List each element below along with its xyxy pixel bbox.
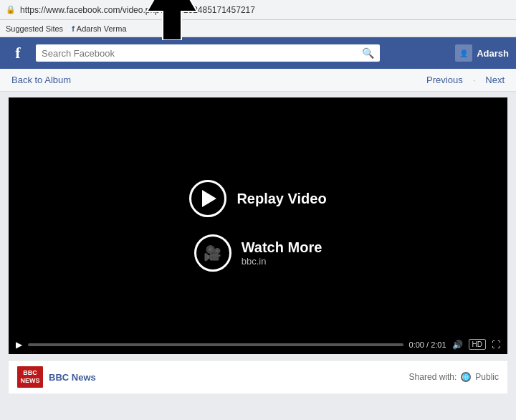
bbc-logo: BBC NEWS bbox=[17, 366, 43, 388]
bbc-bottom: NEWS bbox=[21, 377, 40, 385]
video-controls: ▶ 0:00 / 2:01 🔊 HD ⛶ bbox=[9, 335, 507, 354]
bookmark-adarsh-verma[interactable]: f Adarsh Verma bbox=[72, 24, 126, 33]
bbc-top: BBC bbox=[23, 369, 37, 377]
time-display: 0:00 / 2:01 bbox=[409, 340, 446, 349]
fb-header: f 🔍 👤 Adarsh bbox=[0, 37, 516, 69]
channel-name[interactable]: BBC News bbox=[49, 372, 96, 383]
shared-with: Shared with: 🌐 Public bbox=[409, 372, 499, 382]
fb-bookmark-icon: f bbox=[72, 24, 75, 33]
shared-label: Shared with: bbox=[409, 372, 457, 382]
replay-circle bbox=[189, 180, 226, 217]
play-icon bbox=[202, 190, 216, 207]
watch-more-label: Watch More bbox=[242, 239, 322, 256]
nav-separator: · bbox=[473, 75, 476, 85]
progress-bar[interactable] bbox=[28, 343, 403, 346]
watch-more-button[interactable]: 🎥 Watch More bbc.in bbox=[194, 234, 322, 272]
address-bar: 🔒 https://www.facebook.com/video.php?v=1… bbox=[0, 0, 516, 20]
watch-more-labels: Watch More bbc.in bbox=[242, 239, 322, 267]
replay-label: Replay Video bbox=[236, 191, 326, 207]
audience-label: Public bbox=[475, 372, 499, 382]
back-to-album-link[interactable]: Back to Album bbox=[11, 75, 71, 85]
fb-logo: f bbox=[7, 44, 29, 62]
nav-right: Previous · Next bbox=[426, 75, 505, 85]
search-icon: 🔍 bbox=[362, 47, 374, 59]
page-content: Back to Album Previous · Next Replay Vid… bbox=[0, 69, 516, 393]
bookmarks-bar: Suggested Sites f Adarsh Verma bbox=[0, 20, 516, 37]
user-name: Adarsh bbox=[477, 48, 509, 59]
video-center-controls: Replay Video 🎥 Watch More bbc.in bbox=[189, 180, 326, 272]
bookmark-label: Adarsh Verma bbox=[77, 24, 127, 33]
hd-badge[interactable]: HD bbox=[469, 339, 486, 350]
next-link[interactable]: Next bbox=[485, 75, 505, 85]
nav-bar: Back to Album Previous · Next bbox=[0, 69, 516, 92]
bookmark-label: Suggested Sites bbox=[6, 24, 63, 33]
lock-icon: 🔒 bbox=[6, 5, 16, 14]
play-pause-button[interactable]: ▶ bbox=[16, 340, 22, 350]
camera-icon: 🎥 bbox=[204, 244, 221, 262]
fullscreen-icon[interactable]: ⛶ bbox=[492, 340, 500, 350]
avatar: 👤 bbox=[455, 44, 472, 62]
search-box[interactable]: 🔍 bbox=[36, 44, 380, 62]
watch-more-sub: bbc.in bbox=[242, 256, 322, 267]
video-player[interactable]: Replay Video 🎥 Watch More bbc.in ▶ 0:00 … bbox=[9, 97, 507, 354]
watch-more-circle: 🎥 bbox=[194, 234, 231, 272]
volume-icon[interactable]: 🔊 bbox=[452, 340, 463, 350]
url-text: https://www.facebook.com/video.php?v=101… bbox=[20, 5, 255, 15]
replay-button[interactable]: Replay Video bbox=[189, 180, 326, 217]
video-footer: BBC NEWS BBC News Shared with: 🌐 Public bbox=[9, 360, 507, 393]
bbc-info: BBC NEWS BBC News bbox=[17, 366, 96, 388]
previous-link[interactable]: Previous bbox=[426, 75, 463, 85]
search-input[interactable] bbox=[42, 48, 358, 59]
bookmark-suggested-sites[interactable]: Suggested Sites bbox=[6, 24, 63, 33]
globe-icon: 🌐 bbox=[461, 372, 471, 382]
header-right: 👤 Adarsh bbox=[455, 44, 509, 62]
